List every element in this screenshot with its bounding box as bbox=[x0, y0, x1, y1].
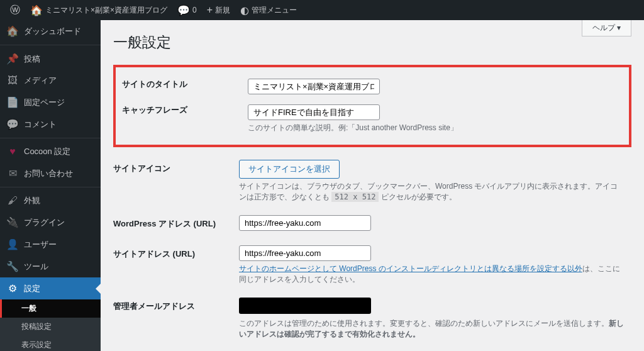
pin-icon: 📌 bbox=[6, 53, 19, 65]
settings-submenu: 一般 投稿設定 表示設定 ディスカッション メディア パーマリンク プライバシー… bbox=[0, 299, 101, 351]
label-membership: メンバーシップ bbox=[113, 346, 239, 351]
sidebar-item-cocoon[interactable]: ♥Cocoon 設定 bbox=[0, 141, 101, 162]
sidebar-item-contact[interactable]: ✉お問い合わせ bbox=[0, 162, 101, 184]
sidebar-item-media[interactable]: 🖼メディア bbox=[0, 70, 101, 91]
label-admin-email: 管理者メールアドレス bbox=[113, 291, 239, 346]
topbar-new[interactable]: +新規 bbox=[202, 0, 235, 20]
link-siteurl-help[interactable]: サイトのホームページとして WordPress のインストールディレクトリとは異… bbox=[239, 264, 582, 273]
wordpress-icon: ⓦ bbox=[10, 4, 20, 17]
topbar-site-name[interactable]: 🏠ミニマリスト×副業×資産運用ブログ bbox=[25, 0, 172, 20]
brush-icon: 🖌 bbox=[6, 195, 19, 206]
label-site-icon: サイトアイコン bbox=[113, 153, 239, 209]
highlight-box: サイトのタイトル キャッチフレーズ このサイトの簡単な説明。例:「Just an… bbox=[113, 65, 631, 147]
page-icon: 📄 bbox=[6, 96, 19, 108]
admin-sidebar: 🏠ダッシュボード 📌投稿 🖼メディア 📄固定ページ 💬コメント ♥Cocoon … bbox=[0, 20, 101, 351]
heart-icon: ♥ bbox=[6, 146, 19, 157]
plug-icon: 🔌 bbox=[6, 216, 19, 228]
button-select-site-icon[interactable]: サイトアイコンを選択 bbox=[239, 160, 340, 179]
desc-site-icon: サイトアイコンは、ブラウザのタブ、ブックマークバー、WordPress モバイル… bbox=[239, 181, 625, 203]
sidebar-item-users[interactable]: 👤ユーザー bbox=[0, 233, 101, 255]
sidebar-item-comments[interactable]: 💬コメント bbox=[0, 113, 101, 135]
input-wpurl[interactable] bbox=[239, 215, 371, 231]
admin-topbar: ⓦ 🏠ミニマリスト×副業×資産運用ブログ 💬0 +新規 ◐管理メニュー bbox=[0, 0, 644, 20]
home-icon: 🏠 bbox=[30, 4, 43, 16]
submenu-item-reading[interactable]: 表示設定 bbox=[0, 336, 101, 351]
help-tab[interactable]: ヘルプ ▾ bbox=[582, 20, 631, 36]
user-icon: 👤 bbox=[6, 238, 19, 250]
label-site-title: サイトのタイトル bbox=[122, 74, 248, 99]
gauge-icon: ◐ bbox=[240, 4, 249, 16]
dashboard-icon: 🏠 bbox=[6, 25, 19, 37]
submenu-item-general[interactable]: 一般 bbox=[0, 299, 101, 318]
sidebar-item-tools[interactable]: 🔧ツール bbox=[0, 255, 101, 277]
comment-icon: 💬 bbox=[177, 4, 190, 16]
mail-icon: ✉ bbox=[6, 167, 19, 179]
sidebar-item-settings[interactable]: ⚙設定 bbox=[0, 277, 101, 299]
wrench-icon: 🔧 bbox=[6, 260, 19, 272]
plus-icon: + bbox=[207, 4, 213, 16]
input-admin-email-redacted[interactable] bbox=[239, 298, 371, 314]
topbar-wp-logo[interactable]: ⓦ bbox=[5, 0, 25, 20]
comment-icon: 💬 bbox=[6, 118, 19, 130]
label-wpurl: WordPress アドレス (URL) bbox=[113, 209, 239, 239]
sidebar-item-appearance[interactable]: 🖌外観 bbox=[0, 190, 101, 211]
desc-admin-email: このアドレスは管理のために使用されます。変更すると、確認のため新しいアドレスにメ… bbox=[239, 318, 625, 340]
topbar-comments[interactable]: 💬0 bbox=[172, 0, 202, 20]
sidebar-item-pages[interactable]: 📄固定ページ bbox=[0, 91, 101, 113]
label-siteurl: サイトアドレス (URL) bbox=[113, 239, 239, 291]
sidebar-item-posts[interactable]: 📌投稿 bbox=[0, 48, 101, 70]
media-icon: 🖼 bbox=[6, 75, 19, 86]
gear-icon: ⚙ bbox=[6, 282, 19, 294]
desc-siteurl: サイトのホームページとして WordPress のインストールディレクトリとは異… bbox=[239, 264, 625, 285]
submenu-item-writing[interactable]: 投稿設定 bbox=[0, 318, 101, 336]
input-tagline[interactable] bbox=[248, 104, 380, 120]
desc-tagline: このサイトの簡単な説明。例:「Just another WordPress si… bbox=[248, 123, 616, 133]
page-title: 一般設定 bbox=[113, 33, 631, 52]
input-site-title[interactable] bbox=[248, 79, 380, 94]
sidebar-item-dashboard[interactable]: 🏠ダッシュボード bbox=[0, 20, 101, 42]
topbar-admin-menu[interactable]: ◐管理メニュー bbox=[235, 0, 302, 20]
label-tagline: キャッチフレーズ bbox=[122, 99, 248, 138]
content-area: ヘルプ ▾ 一般設定 サイトのタイトル キャッチフレーズ このサイトの簡単な説明… bbox=[101, 20, 644, 351]
input-siteurl[interactable] bbox=[239, 245, 371, 261]
sidebar-item-plugins[interactable]: 🔌プラグイン bbox=[0, 211, 101, 233]
